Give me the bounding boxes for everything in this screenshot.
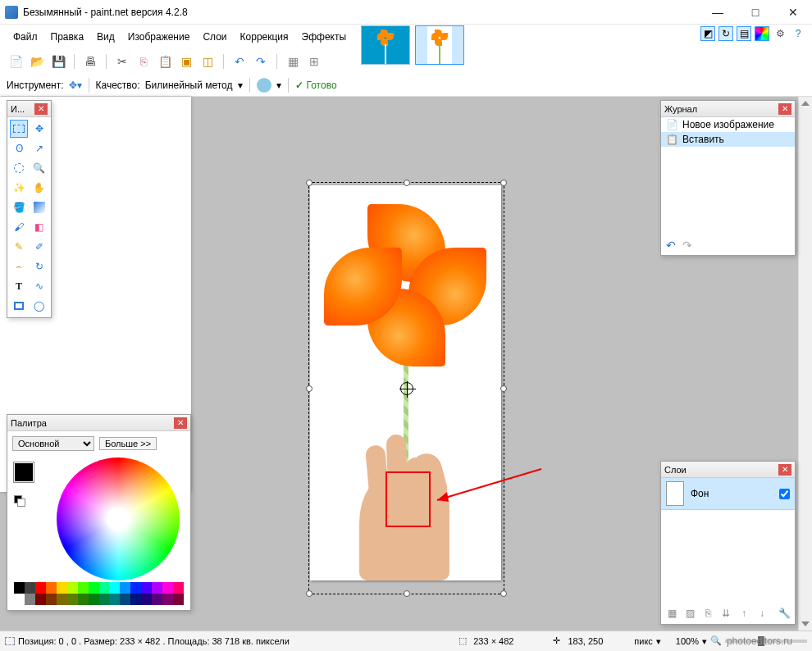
minimize-button[interactable]: — (699, 0, 737, 25)
selection-bounds[interactable] (308, 182, 504, 594)
color-wheel[interactable] (57, 458, 180, 580)
color-mode-select[interactable]: Основной (12, 436, 94, 451)
status-zoom[interactable]: 100% (676, 636, 699, 646)
layer-visible-checkbox[interactable] (779, 489, 790, 499)
palette-color[interactable] (109, 594, 120, 605)
layer-row-background[interactable]: Фон (661, 478, 795, 510)
palette-color[interactable] (162, 594, 173, 605)
shapes-tool[interactable]: ◯ (30, 297, 48, 315)
duplicate-layer-icon[interactable]: ⎘ (700, 606, 715, 621)
palette-color[interactable] (162, 582, 173, 594)
handle-bot-mid[interactable] (404, 590, 410, 597)
menu-edit[interactable]: Правка (44, 28, 91, 46)
palette-color[interactable] (109, 582, 120, 594)
history-toggle-icon[interactable]: ↻ (718, 26, 733, 41)
undo-icon[interactable]: ↶ (230, 52, 249, 71)
menu-effects[interactable]: Эффекты (295, 28, 354, 46)
palette-color[interactable] (152, 582, 162, 594)
palette-color[interactable] (67, 582, 78, 594)
save-icon[interactable]: 💾 (49, 52, 67, 71)
move-selection-tool[interactable]: ✥ (30, 120, 48, 138)
vertical-scrollbar[interactable] (798, 97, 812, 631)
history-item-new-image[interactable]: 📄 Новое изображение (661, 117, 795, 132)
sampling-dropdown[interactable]: Билинейный метод ▾ (145, 80, 244, 91)
palette-color[interactable] (130, 594, 141, 605)
palette-color[interactable] (173, 582, 184, 594)
palette-color[interactable] (141, 582, 152, 594)
menu-file[interactable]: Файл (7, 28, 44, 46)
palette-color[interactable] (14, 594, 25, 605)
handle-top-left[interactable] (306, 180, 312, 186)
palette-color[interactable] (14, 582, 25, 594)
magic-wand-tool[interactable]: ✨ (10, 179, 28, 197)
move-tool[interactable]: ↗ (30, 139, 48, 157)
settings-icon[interactable]: ⚙ (773, 28, 787, 39)
lasso-tool[interactable]: ʘ (10, 139, 28, 157)
handle-mid-left[interactable] (306, 385, 312, 392)
handle-bot-right[interactable] (500, 590, 507, 597)
palette-color[interactable] (99, 594, 110, 605)
history-panel-close-icon[interactable]: ✕ (778, 103, 791, 115)
move-up-icon[interactable]: ↑ (737, 606, 751, 621)
more-colors-button[interactable]: Больше >> (99, 437, 157, 450)
history-item-paste[interactable]: 📋 Вставить (661, 132, 795, 147)
ruler-icon[interactable]: ⊞ (305, 52, 323, 71)
menu-image[interactable]: Изображение (121, 28, 197, 46)
colors-toggle-icon[interactable] (755, 26, 769, 41)
redo-icon[interactable]: ↷ (252, 52, 270, 71)
palette-color[interactable] (152, 594, 162, 605)
copy-icon[interactable]: ⎘ (135, 52, 153, 71)
palette-color[interactable] (99, 582, 110, 594)
palette-color[interactable] (141, 594, 152, 605)
palette-color[interactable] (78, 594, 89, 605)
ellipse-select-tool[interactable] (10, 159, 28, 177)
recolor-tool[interactable]: ↻ (30, 257, 48, 275)
primary-color-swatch[interactable] (14, 462, 34, 482)
palette-color[interactable] (120, 582, 130, 594)
palette-color[interactable] (120, 594, 130, 605)
add-layer-icon[interactable]: ▦ (664, 606, 679, 621)
rectangle-select-tool[interactable] (10, 120, 28, 138)
move-down-icon[interactable]: ↓ (755, 606, 769, 621)
history-undo-icon[interactable]: ↶ (666, 239, 676, 252)
rectangle-shape-tool[interactable] (10, 297, 28, 315)
reset-colors-icon[interactable] (14, 495, 24, 505)
eraser-tool[interactable]: ◧ (30, 218, 48, 236)
help-icon[interactable]: ? (791, 28, 805, 39)
document-thumb-2[interactable] (415, 25, 464, 65)
palette-color[interactable] (35, 594, 46, 605)
print-icon[interactable]: 🖶 (81, 52, 99, 71)
palette-color[interactable] (46, 582, 57, 594)
sampling-icon[interactable] (257, 78, 271, 93)
tools-toggle-icon[interactable]: ◩ (700, 26, 715, 41)
color-picker-tool[interactable]: ✐ (30, 238, 48, 256)
palette-color[interactable] (35, 582, 46, 594)
menu-adjustments[interactable]: Коррекция (234, 28, 295, 46)
menu-view[interactable]: Вид (90, 28, 121, 46)
open-file-icon[interactable]: 📂 (28, 52, 46, 71)
zoom-tool[interactable]: 🔍 (30, 159, 48, 177)
clone-stamp-tool[interactable]: ⌢ (10, 257, 28, 275)
menu-layers[interactable]: Слои (196, 28, 233, 46)
line-tool[interactable]: ∿ (30, 277, 48, 295)
handle-top-mid[interactable] (404, 180, 410, 186)
selection-anchor[interactable] (400, 382, 413, 395)
palette-color[interactable] (130, 582, 141, 594)
pan-tool[interactable]: ✋ (30, 179, 48, 197)
document-thumb-1[interactable] (361, 25, 410, 65)
history-redo-icon[interactable]: ↷ (682, 239, 692, 252)
layer-properties-icon[interactable]: 🔧 (777, 606, 791, 621)
close-button[interactable]: ✕ (774, 0, 812, 25)
handle-top-right[interactable] (500, 180, 507, 186)
handle-mid-right[interactable] (500, 385, 507, 392)
palette-color[interactable] (89, 594, 99, 605)
colors-panel-close-icon[interactable]: ✕ (174, 417, 187, 429)
palette-color[interactable] (25, 582, 35, 594)
palette-color[interactable] (67, 594, 78, 605)
palette-color[interactable] (57, 582, 67, 594)
palette-color[interactable] (25, 594, 35, 605)
delete-layer-icon[interactable]: ▨ (682, 606, 697, 621)
layers-toggle-icon[interactable]: ▤ (737, 26, 751, 41)
paste-icon[interactable]: 📋 (156, 52, 174, 71)
crop-icon[interactable]: ▣ (177, 52, 195, 71)
